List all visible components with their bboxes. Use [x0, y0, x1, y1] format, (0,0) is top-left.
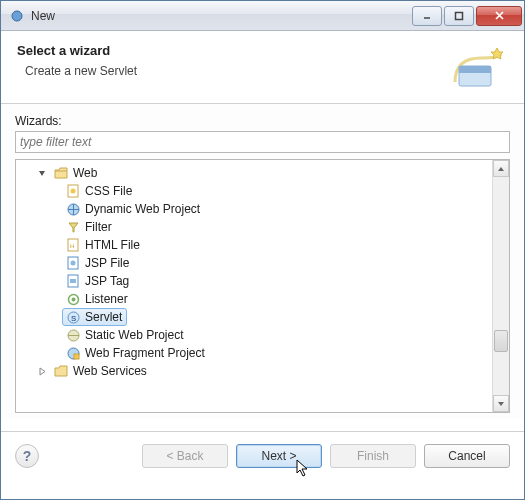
scroll-down-button[interactable]	[493, 395, 509, 412]
window-title: New	[31, 9, 55, 23]
tree-item-html-file[interactable]: H HTML File	[18, 236, 490, 254]
listener-icon	[65, 291, 81, 307]
help-button[interactable]: ?	[15, 444, 39, 468]
svg-text:H: H	[70, 243, 74, 249]
globe-icon	[65, 201, 81, 217]
vertical-scrollbar[interactable]	[492, 160, 509, 412]
minimize-button[interactable]	[412, 6, 442, 26]
close-button[interactable]	[476, 6, 522, 26]
svg-rect-14	[70, 279, 76, 283]
svg-point-12	[71, 261, 76, 266]
tree-item-jsp-tag[interactable]: JSP Tag	[18, 272, 490, 290]
tree-label: Dynamic Web Project	[85, 202, 200, 216]
tree-label: Listener	[85, 292, 128, 306]
tree-label: JSP Tag	[85, 274, 129, 288]
scroll-up-button[interactable]	[493, 160, 509, 177]
filter-icon	[65, 219, 81, 235]
tree-label: JSP File	[85, 256, 129, 270]
page-title: Select a wizard	[17, 43, 448, 58]
tree-item-dynamic-web-project[interactable]: Dynamic Web Project	[18, 200, 490, 218]
tree-folder-web-services[interactable]: Web Services	[18, 362, 490, 380]
svg-point-0	[12, 11, 22, 21]
next-button[interactable]: Next >	[236, 444, 322, 468]
collapse-icon[interactable]	[36, 167, 48, 179]
help-icon: ?	[23, 448, 32, 464]
tree-item-css-file[interactable]: CSS File	[18, 182, 490, 200]
tree-item-static-web-project[interactable]: Static Web Project	[18, 326, 490, 344]
tree-folder-web[interactable]: Web	[18, 164, 490, 182]
tree-label: Static Web Project	[85, 328, 183, 342]
svg-point-7	[71, 189, 76, 194]
tree-label: Web	[73, 166, 97, 180]
svg-rect-21	[74, 354, 79, 359]
jsp-file-icon	[65, 255, 81, 271]
tree-item-servlet[interactable]: S Servlet	[18, 308, 490, 326]
window-icon	[9, 8, 25, 24]
back-button: < Back	[142, 444, 228, 468]
html-file-icon: H	[65, 237, 81, 253]
titlebar: New	[1, 1, 524, 31]
maximize-button[interactable]	[444, 6, 474, 26]
wizard-tree[interactable]: Web CSS File Dynamic Web Project Filter	[15, 159, 510, 413]
tree-label: CSS File	[85, 184, 132, 198]
globe-fragment-icon	[65, 345, 81, 361]
scroll-track[interactable]	[493, 177, 509, 395]
svg-text:S: S	[71, 314, 77, 323]
tree-label: Filter	[85, 220, 112, 234]
tree-item-listener[interactable]: Listener	[18, 290, 490, 308]
finish-button: Finish	[330, 444, 416, 468]
servlet-icon: S	[65, 309, 81, 325]
tree-item-filter[interactable]: Filter	[18, 218, 490, 236]
cancel-button[interactable]: Cancel	[424, 444, 510, 468]
scroll-thumb[interactable]	[494, 330, 508, 352]
globe-static-icon	[65, 327, 81, 343]
folder-open-icon	[53, 165, 69, 181]
wizard-banner-icon	[448, 43, 508, 93]
css-file-icon	[65, 183, 81, 199]
page-subtitle: Create a new Servlet	[25, 64, 448, 78]
svg-point-16	[71, 297, 75, 301]
expand-icon[interactable]	[36, 365, 48, 377]
filter-input[interactable]	[15, 131, 510, 153]
svg-rect-4	[459, 66, 491, 73]
tree-item-web-fragment-project[interactable]: Web Fragment Project	[18, 344, 490, 362]
tree-label: Servlet	[85, 310, 122, 324]
wizard-body: Wizards: Web CSS File	[1, 104, 524, 419]
wizard-header: Select a wizard Create a new Servlet	[1, 31, 524, 104]
folder-icon	[53, 363, 69, 379]
filter-label: Wizards:	[15, 114, 510, 128]
tree-label: HTML File	[85, 238, 140, 252]
svg-rect-2	[456, 12, 463, 19]
button-bar: ? < Back Next > Finish Cancel	[1, 432, 524, 480]
tree-label: Web Services	[73, 364, 147, 378]
tree-label: Web Fragment Project	[85, 346, 205, 360]
tree-item-jsp-file[interactable]: JSP File	[18, 254, 490, 272]
jsp-tag-icon	[65, 273, 81, 289]
